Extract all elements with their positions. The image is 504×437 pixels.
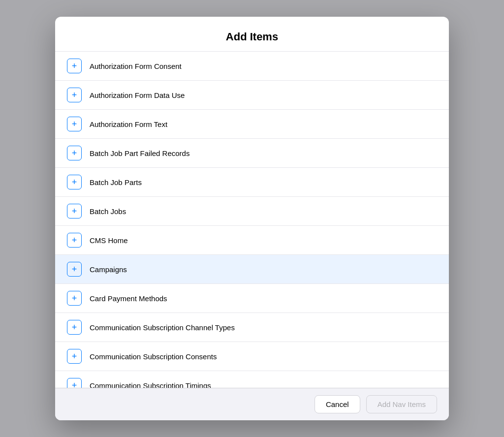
modal-footer: Cancel Add Nav Items (55, 388, 449, 420)
cancel-button[interactable]: Cancel (315, 395, 360, 413)
modal-title: Add Items (67, 31, 437, 43)
list-item[interactable]: +Batch Job Part Failed Records (55, 139, 449, 168)
add-nav-items-button[interactable]: Add Nav Items (366, 395, 437, 413)
item-label: Authorization Form Consent (90, 62, 182, 70)
item-label: Communication Subscription Channel Types (90, 323, 235, 332)
item-label: Communication Subscription Timings (90, 381, 211, 388)
item-label: Campaigns (90, 265, 127, 274)
item-label: Batch Jobs (90, 207, 126, 216)
list-item[interactable]: +Communication Subscription Timings (55, 371, 449, 388)
list-item[interactable]: +Authorization Form Data Use (55, 81, 449, 110)
item-label: Card Payment Methods (90, 294, 167, 303)
add-item-button[interactable]: + (67, 262, 82, 277)
plus-icon: + (72, 381, 77, 388)
item-label: Batch Job Parts (90, 178, 142, 187)
list-item[interactable]: +Authorization Form Consent (55, 52, 449, 81)
item-label: Batch Job Part Failed Records (90, 149, 189, 157)
plus-icon: + (72, 294, 77, 303)
modal: Add Items +Authorization Form Consent+Au… (55, 17, 449, 420)
add-item-button[interactable]: + (67, 117, 82, 131)
add-item-button[interactable]: + (67, 320, 82, 335)
list-item[interactable]: +Batch Job Parts (55, 168, 449, 197)
list-item[interactable]: +Campaigns (55, 255, 449, 284)
modal-header: Add Items (55, 17, 449, 51)
plus-icon: + (72, 120, 77, 128)
add-item-button[interactable]: + (67, 233, 82, 248)
modal-body: +Authorization Form Consent+Authorizatio… (55, 51, 449, 388)
add-item-button[interactable]: + (67, 291, 82, 306)
add-item-button[interactable]: + (67, 349, 82, 364)
list-item[interactable]: +CMS Home (55, 226, 449, 255)
list-item[interactable]: +Communication Subscription Consents (55, 342, 449, 371)
plus-icon: + (72, 323, 77, 332)
item-label: Authorization Form Data Use (90, 91, 185, 99)
plus-icon: + (72, 207, 77, 216)
list-item[interactable]: +Authorization Form Text (55, 110, 449, 139)
list-item[interactable]: +Card Payment Methods (55, 284, 449, 313)
plus-icon: + (72, 265, 77, 274)
plus-icon: + (72, 91, 77, 99)
add-item-button[interactable]: + (67, 204, 82, 218)
add-item-button[interactable]: + (67, 146, 82, 160)
add-item-button[interactable]: + (67, 59, 82, 73)
item-label: Authorization Form Text (90, 120, 167, 128)
item-label: CMS Home (90, 236, 128, 245)
plus-icon: + (72, 352, 77, 361)
list-item[interactable]: +Batch Jobs (55, 197, 449, 226)
plus-icon: + (72, 178, 77, 187)
plus-icon: + (72, 62, 77, 70)
plus-icon: + (72, 149, 77, 157)
item-label: Communication Subscription Consents (90, 352, 217, 361)
list-item[interactable]: +Communication Subscription Channel Type… (55, 313, 449, 342)
add-item-button[interactable]: + (67, 175, 82, 189)
modal-overlay: Add Items +Authorization Form Consent+Au… (0, 0, 504, 437)
add-item-button[interactable]: + (67, 88, 82, 102)
add-item-button[interactable]: + (67, 378, 82, 388)
plus-icon: + (72, 236, 77, 245)
